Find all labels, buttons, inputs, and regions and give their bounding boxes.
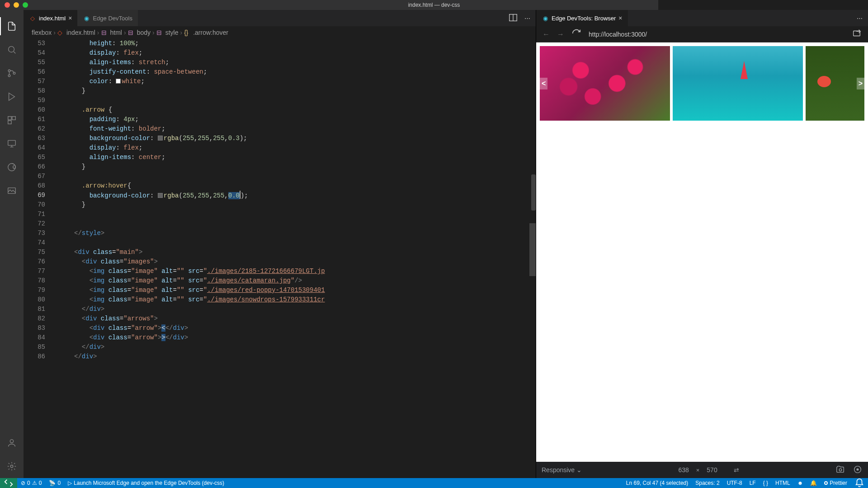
gallery-image-flowers <box>540 46 658 121</box>
edge-icon: ◉ <box>542 14 549 22</box>
preview-gallery: < > <box>540 46 658 121</box>
svg-point-3 <box>13 72 15 75</box>
more-actions-icon[interactable]: ⋯ <box>524 15 530 22</box>
window-controls <box>5 2 28 8</box>
symbol-icon: {} <box>184 29 191 36</box>
run-debug-icon[interactable] <box>5 90 18 103</box>
close-icon[interactable]: × <box>68 14 72 22</box>
symbol-icon: ⊟ <box>156 29 164 36</box>
minimize-window-icon[interactable] <box>14 2 19 8</box>
breadcrumb-item[interactable]: index.html <box>66 29 95 36</box>
html-file-icon: ◇ <box>57 29 65 36</box>
svg-point-1 <box>8 70 10 72</box>
chevron-right-icon: › <box>97 29 99 36</box>
breadcrumb-item[interactable]: html <box>110 29 122 36</box>
html-file-icon: ◇ <box>29 14 36 22</box>
back-button[interactable]: ← <box>542 30 550 38</box>
symbol-icon: ⊟ <box>128 29 135 36</box>
breadcrumb-item[interactable]: style <box>165 29 179 36</box>
tab-label: index.html <box>39 15 66 22</box>
remote-explorer-icon[interactable] <box>5 137 18 150</box>
maximize-window-icon[interactable] <box>23 2 28 8</box>
editor-tab-bar: ◇ index.html × ◉ Edge DevTools ⋯ <box>24 10 536 26</box>
scrollbar-thumb[interactable] <box>531 174 536 211</box>
chevron-right-icon: › <box>124 29 126 36</box>
svg-point-0 <box>9 47 14 52</box>
edge-tools-icon[interactable] <box>5 161 18 174</box>
url-bar[interactable]: http://localhost:3000/ <box>589 31 658 38</box>
svg-rect-5 <box>12 117 15 120</box>
close-icon[interactable]: × <box>618 14 622 22</box>
close-window-icon[interactable] <box>5 2 10 8</box>
extensions-icon[interactable] <box>5 114 18 127</box>
svg-rect-4 <box>8 117 11 120</box>
chevron-right-icon: › <box>53 29 56 36</box>
search-icon[interactable] <box>5 43 18 56</box>
svg-rect-6 <box>8 121 11 124</box>
breadcrumb-item[interactable]: .arrow:hover <box>193 29 228 36</box>
line-number-gutter: 5354555657585960616263646566676869707172… <box>24 39 55 369</box>
titlebar: index.html — dev-css <box>0 0 658 10</box>
browser-viewport[interactable]: < > <box>536 42 658 369</box>
tab-label: Edge DevTools: Browser <box>552 15 616 22</box>
source-control-icon[interactable] <box>5 67 18 80</box>
chevron-right-icon: › <box>180 29 182 36</box>
split-editor-icon[interactable] <box>508 13 518 24</box>
breadcrumb-item[interactable]: flexbox <box>32 29 52 36</box>
window-title: index.html — dev-css <box>408 2 460 8</box>
breadcrumbs[interactable]: flexbox › ◇ index.html › ⊟ html › ⊟ body… <box>24 26 536 39</box>
image-preview-icon[interactable] <box>5 184 18 197</box>
svg-rect-7 <box>8 141 16 145</box>
editor-group: ◇ index.html × ◉ Edge DevTools ⋯ flexbox… <box>24 10 536 369</box>
forward-button[interactable]: → <box>557 30 564 38</box>
browser-toolbar: ← → http://localhost:3000/ <box>536 26 658 42</box>
browser-tab-bar: ◉ Edge DevTools: Browser × ⋯ <box>536 10 658 26</box>
explorer-icon[interactable] <box>5 20 18 33</box>
symbol-icon: ⊟ <box>101 29 108 36</box>
edge-icon: ◉ <box>83 14 90 22</box>
breadcrumb-item[interactable]: body <box>137 29 151 36</box>
gallery-prev-arrow[interactable]: < <box>540 78 547 89</box>
reload-icon[interactable] <box>571 28 581 40</box>
code-editor[interactable]: 5354555657585960616263646566676869707172… <box>24 39 536 369</box>
tab-label: Edge DevTools <box>93 15 132 22</box>
activity-bar <box>0 10 24 369</box>
tab-devtools-browser[interactable]: ◉ Edge DevTools: Browser × <box>536 10 628 26</box>
svg-point-2 <box>8 75 10 77</box>
chevron-right-icon: › <box>152 29 155 36</box>
devtools-browser-panel: ◉ Edge DevTools: Browser × ⋯ ← → http://… <box>536 10 658 369</box>
tab-edge-devtools[interactable]: ◉ Edge DevTools <box>77 10 137 26</box>
code-content[interactable]: height: 100%; display: flex; align-items… <box>55 39 536 369</box>
tab-index-html[interactable]: ◇ index.html × <box>24 10 77 26</box>
